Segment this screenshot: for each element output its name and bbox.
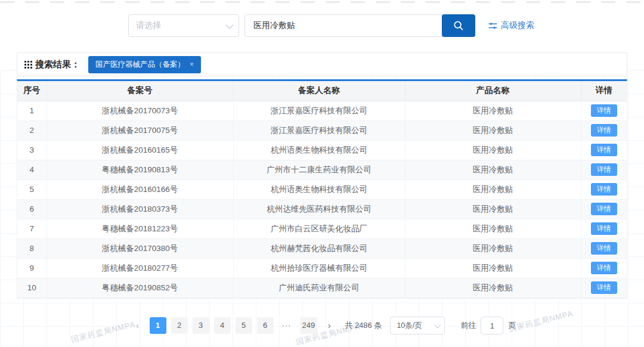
advanced-search-label: 高级搜索: [501, 20, 534, 31]
grid-icon: [24, 61, 32, 69]
header-index: 序号: [17, 81, 47, 101]
category-select[interactable]: 请选择: [128, 14, 239, 37]
cell-holder: 浙江景嘉医疗科技有限公司: [233, 101, 405, 120]
cell-index: 7: [17, 219, 47, 238]
tag-close-icon[interactable]: ×: [190, 61, 194, 68]
cell-product: 医用冷敷贴: [405, 101, 581, 120]
detail-button[interactable]: 详情: [591, 222, 617, 235]
detail-button[interactable]: 详情: [591, 144, 617, 156]
cell-product: 医用冷敷贴: [405, 179, 581, 199]
cell-product: 医用冷敷贴: [405, 199, 581, 219]
cell-holder: 杭州语奥生物科技有限公司: [233, 140, 405, 160]
cell-detail: 详情: [581, 160, 627, 179]
detail-button[interactable]: 详情: [591, 281, 617, 294]
cell-detail: 详情: [581, 101, 627, 120]
top-watermark-dashes: [0, 1, 644, 3]
header-record-no: 备案号: [47, 81, 233, 101]
header-holder: 备案人名称: [233, 81, 405, 101]
pagination: ‹ 123456 ··· 249 › 共 2486 条 10条/页 前往 页: [17, 317, 627, 334]
cell-detail: 详情: [581, 278, 627, 298]
category-select-placeholder: 请选择: [136, 20, 161, 31]
results-table-card: 序号 备案号 备案人名称 产品名称 详情 1 浙杭械备20170073号 浙江景…: [17, 79, 627, 299]
cell-record-no: 浙杭械备20170380号: [47, 238, 233, 258]
cell-record-no: 浙杭械备20160166号: [47, 179, 233, 199]
detail-button[interactable]: 详情: [591, 124, 617, 137]
cell-index: 3: [17, 140, 47, 160]
last-page-button[interactable]: 249: [300, 317, 318, 334]
cell-record-no: 浙杭械备20170075号: [47, 120, 233, 140]
table-row: 2 浙杭械备20170075号 浙江景嘉医疗科技有限公司 医用冷敷贴 详情: [17, 120, 627, 140]
results-label: 搜索结果：: [24, 59, 80, 70]
goto-suffix: 页: [508, 320, 516, 331]
table-row: 6 浙杭械备20180373号 杭州达维先医药科技有限公司 医用冷敷贴 详情: [17, 199, 627, 219]
search-icon: [453, 20, 465, 32]
detail-button[interactable]: 详情: [591, 242, 617, 255]
detail-button[interactable]: 详情: [591, 104, 617, 117]
filter-tag-text: 国产医疗器械产品（备案）: [95, 60, 185, 70]
cell-product: 医用冷敷贴: [405, 160, 581, 179]
cell-index: 1: [17, 101, 47, 120]
table-body: 1 浙杭械备20170073号 浙江景嘉医疗科技有限公司 医用冷敷贴 详情 2 …: [17, 101, 627, 298]
page-button-5[interactable]: 5: [236, 317, 252, 334]
table-row: 9 浙杭械备20180277号 杭州拾珍医疗器械有限公司 医用冷敷贴 详情: [17, 258, 627, 278]
chevron-down-icon: [226, 21, 234, 29]
cell-record-no: 粤穗械备20190813号: [47, 160, 233, 179]
prev-page-icon[interactable]: ‹: [131, 317, 145, 334]
cell-product: 医用冷敷贴: [405, 140, 581, 160]
cell-product: 医用冷敷贴: [405, 278, 581, 298]
cell-holder: 杭州语奥生物科技有限公司: [233, 179, 405, 199]
cell-detail: 详情: [581, 179, 627, 199]
detail-button[interactable]: 详情: [591, 262, 617, 274]
goto-page-input[interactable]: [481, 317, 503, 334]
cell-product: 医用冷敷贴: [405, 120, 581, 140]
cell-index: 5: [17, 179, 47, 199]
table-header-row: 序号 备案号 备案人名称 产品名称 详情: [17, 81, 627, 101]
search-input[interactable]: [244, 14, 442, 37]
total-count: 共 2486 条: [345, 320, 382, 331]
cell-record-no: 浙杭械备20170073号: [47, 101, 233, 120]
next-page-icon[interactable]: ›: [322, 317, 336, 334]
cell-index: 8: [17, 238, 47, 258]
search-button[interactable]: [442, 14, 475, 37]
cell-product: 医用冷敷贴: [405, 258, 581, 278]
cell-index: 4: [17, 160, 47, 179]
page-button-6[interactable]: 6: [257, 317, 274, 334]
cell-holder: 杭州拾珍医疗器械有限公司: [233, 258, 405, 278]
cell-detail: 详情: [581, 140, 627, 160]
cell-index: 6: [17, 199, 47, 219]
table-row: 3 浙杭械备20160165号 杭州语奥生物科技有限公司 医用冷敷贴 详情: [17, 140, 627, 160]
header-detail: 详情: [581, 81, 627, 101]
table-row: 1 浙杭械备20170073号 浙江景嘉医疗科技有限公司 医用冷敷贴 详情: [17, 101, 627, 120]
table-row: 10 粤穗械备20190852号 广州迪氏药业有限公司 医用冷敷贴 详情: [17, 278, 627, 298]
cell-record-no: 粤穗械备20190852号: [47, 278, 233, 298]
cell-holder: 杭州赫梵茜化妆品有限公司: [233, 238, 405, 258]
cell-holder: 广州迪氏药业有限公司: [233, 278, 405, 298]
cell-holder: 浙江景嘉医疗科技有限公司: [233, 120, 405, 140]
detail-button[interactable]: 详情: [591, 183, 617, 196]
page-button-2[interactable]: 2: [171, 317, 188, 334]
advanced-search-link[interactable]: 高级搜索: [488, 20, 534, 31]
table-row: 4 粤穗械备20190813号 广州市十二康生药业有限公司 医用冷敷贴 详情: [17, 160, 627, 179]
cell-index: 2: [17, 120, 47, 140]
cell-detail: 详情: [581, 238, 627, 258]
detail-button[interactable]: 详情: [591, 203, 617, 215]
page-button-1[interactable]: 1: [150, 317, 166, 334]
cell-detail: 详情: [581, 199, 627, 219]
page-size-select[interactable]: 10条/页: [390, 317, 445, 334]
cell-detail: 详情: [581, 219, 627, 238]
filter-tag[interactable]: 国产医疗器械产品（备案） ×: [88, 56, 201, 73]
results-bar: 搜索结果： 国产医疗器械产品（备案） ×: [17, 52, 627, 76]
ellipsis-pages[interactable]: ···: [278, 317, 295, 334]
table-row: 8 浙杭械备20170380号 杭州赫梵茜化妆品有限公司 医用冷敷贴 详情: [17, 238, 627, 258]
page-button-3[interactable]: 3: [193, 317, 209, 334]
detail-button[interactable]: 详情: [591, 163, 617, 176]
search-bar: 请选择 高级搜索: [128, 14, 534, 37]
cell-holder: 杭州达维先医药科技有限公司: [233, 199, 405, 219]
cell-product: 医用冷敷贴: [405, 238, 581, 258]
page-button-4[interactable]: 4: [214, 317, 231, 334]
cell-index: 9: [17, 258, 47, 278]
cell-index: 10: [17, 278, 47, 298]
cell-holder: 广州市十二康生药业有限公司: [233, 160, 405, 179]
results-table: 序号 备案号 备案人名称 产品名称 详情 1 浙杭械备20170073号 浙江景…: [17, 81, 627, 298]
page-size-value: 10条/页: [397, 321, 422, 331]
